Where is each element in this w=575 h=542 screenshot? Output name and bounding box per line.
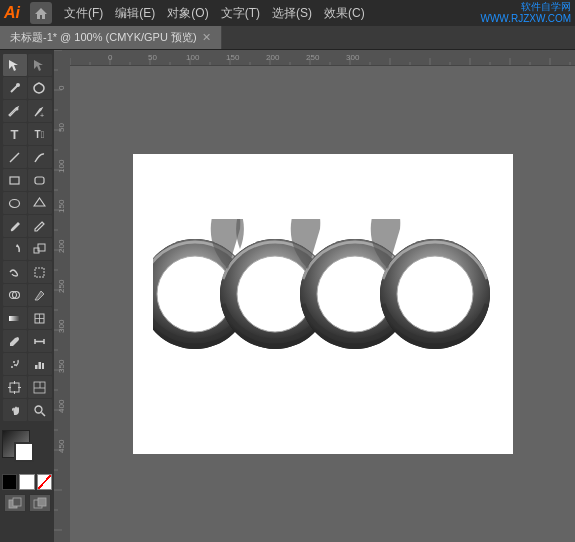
svg-marker-1 xyxy=(9,60,18,71)
tool-row-6 xyxy=(0,169,54,191)
arc-tool[interactable] xyxy=(28,146,52,168)
svg-text:150: 150 xyxy=(57,199,66,213)
rotate-tool[interactable] xyxy=(3,238,27,260)
svg-rect-44 xyxy=(70,50,575,66)
symbol-sprayer-tool[interactable] xyxy=(3,353,27,375)
svg-text:+: + xyxy=(40,112,44,118)
eyedropper-tool[interactable] xyxy=(3,330,27,352)
menu-file[interactable]: 文件(F) xyxy=(58,3,109,24)
direct-select-tool[interactable] xyxy=(28,54,52,76)
svg-text:250: 250 xyxy=(306,53,320,62)
color-swatches xyxy=(2,430,52,490)
svg-point-38 xyxy=(35,406,42,413)
pencil-tool[interactable] xyxy=(28,215,52,237)
ruler-left: 0 50 100 150 200 250 300 350 400 450 xyxy=(54,50,70,542)
stroke-swatch[interactable] xyxy=(14,442,34,462)
svg-text:450: 450 xyxy=(57,439,66,453)
home-button[interactable] xyxy=(30,2,52,24)
svg-point-25 xyxy=(14,364,16,366)
svg-text:50: 50 xyxy=(148,53,157,62)
svg-rect-8 xyxy=(10,177,19,184)
measure-tool[interactable] xyxy=(28,330,52,352)
rounded-rect-tool[interactable] xyxy=(28,169,52,191)
left-toolbar: + T T⃦ xyxy=(0,50,54,542)
tool-row-3: + xyxy=(0,100,54,122)
line-tool[interactable] xyxy=(3,146,27,168)
svg-rect-43 xyxy=(38,498,46,506)
white-swatch[interactable] xyxy=(19,474,34,490)
menu-bar: Ai 文件(F) 编辑(E) 对象(O) 文字(T) 选择(S) 效果(C) 软… xyxy=(0,0,575,26)
vertical-type-tool[interactable]: T⃦ xyxy=(28,123,52,145)
main-layout: + T T⃦ xyxy=(0,50,575,542)
tool-row-15 xyxy=(0,376,54,398)
tool-row-8 xyxy=(0,215,54,237)
app-logo: Ai xyxy=(4,4,20,22)
menu-object[interactable]: 对象(O) xyxy=(161,3,214,24)
tool-row-11 xyxy=(0,284,54,306)
rect-tool[interactable] xyxy=(3,169,27,191)
polygon-tool[interactable] xyxy=(28,192,52,214)
hand-tool[interactable] xyxy=(3,399,27,421)
tool-row-2 xyxy=(0,77,54,99)
zoom-tool[interactable] xyxy=(28,399,52,421)
menu-effect[interactable]: 效果(C) xyxy=(318,3,371,24)
svg-rect-41 xyxy=(13,498,21,506)
svg-line-7 xyxy=(10,153,19,162)
svg-text:250: 250 xyxy=(57,279,66,293)
svg-text:200: 200 xyxy=(57,239,66,253)
svg-rect-17 xyxy=(9,316,20,321)
shape-builder-tool[interactable] xyxy=(3,284,27,306)
tool-row-14 xyxy=(0,353,54,375)
live-paint-tool[interactable] xyxy=(28,284,52,306)
svg-rect-14 xyxy=(35,268,44,277)
tool-row-4: T T⃦ xyxy=(0,123,54,145)
svg-line-39 xyxy=(42,412,46,416)
audi-logo xyxy=(153,219,493,369)
free-transform-tool[interactable] xyxy=(28,261,52,283)
magic-wand-tool[interactable] xyxy=(3,77,27,99)
svg-rect-9 xyxy=(35,177,44,184)
tab-close-button[interactable]: ✕ xyxy=(202,31,211,44)
svg-text:400: 400 xyxy=(57,399,66,413)
tool-row-13 xyxy=(0,330,54,352)
add-anchor-pen-tool[interactable]: + xyxy=(28,100,52,122)
artboard-tool[interactable] xyxy=(3,376,27,398)
menu-text[interactable]: 文字(T) xyxy=(215,3,266,24)
lasso-tool[interactable] xyxy=(28,77,52,99)
svg-point-5 xyxy=(16,107,19,110)
svg-point-4 xyxy=(16,83,20,87)
warp-tool[interactable] xyxy=(3,261,27,283)
canvas-area: 0 50 100 150 200 250 300 xyxy=(54,50,575,542)
svg-rect-29 xyxy=(42,363,44,369)
svg-text:100: 100 xyxy=(186,53,200,62)
swatch-row xyxy=(2,474,52,490)
none-swatch[interactable] xyxy=(37,474,52,490)
column-graph-tool[interactable] xyxy=(28,353,52,375)
slice-tool[interactable] xyxy=(28,376,52,398)
menu-select[interactable]: 选择(S) xyxy=(266,3,318,24)
type-tool[interactable]: T xyxy=(3,123,27,145)
menu-edit[interactable]: 编辑(E) xyxy=(109,3,161,24)
svg-rect-35 xyxy=(34,382,45,393)
ruler-top: 0 50 100 150 200 250 300 xyxy=(70,50,575,66)
select-tool[interactable] xyxy=(3,54,27,76)
paintbrush-tool[interactable] xyxy=(3,215,27,237)
white-canvas xyxy=(133,154,513,454)
tab-bar: 未标题-1* @ 100% (CMYK/GPU 预览) ✕ xyxy=(0,26,575,50)
black-swatch[interactable] xyxy=(2,474,17,490)
gradient-tool[interactable] xyxy=(3,307,27,329)
scale-tool[interactable] xyxy=(28,238,52,260)
ellipse-tool[interactable] xyxy=(3,192,27,214)
active-tab[interactable]: 未标题-1* @ 100% (CMYK/GPU 预览) ✕ xyxy=(0,26,222,49)
svg-text:100: 100 xyxy=(57,159,66,173)
svg-text:300: 300 xyxy=(57,319,66,333)
svg-text:300: 300 xyxy=(346,53,360,62)
pen-tool[interactable] xyxy=(3,100,27,122)
svg-text:0: 0 xyxy=(57,85,66,90)
arrange-back-button[interactable] xyxy=(4,494,26,512)
svg-point-10 xyxy=(10,199,20,207)
tool-row-7 xyxy=(0,192,54,214)
mesh-tool[interactable] xyxy=(28,307,52,329)
arrange-front-button[interactable] xyxy=(29,494,51,512)
svg-text:200: 200 xyxy=(266,53,280,62)
